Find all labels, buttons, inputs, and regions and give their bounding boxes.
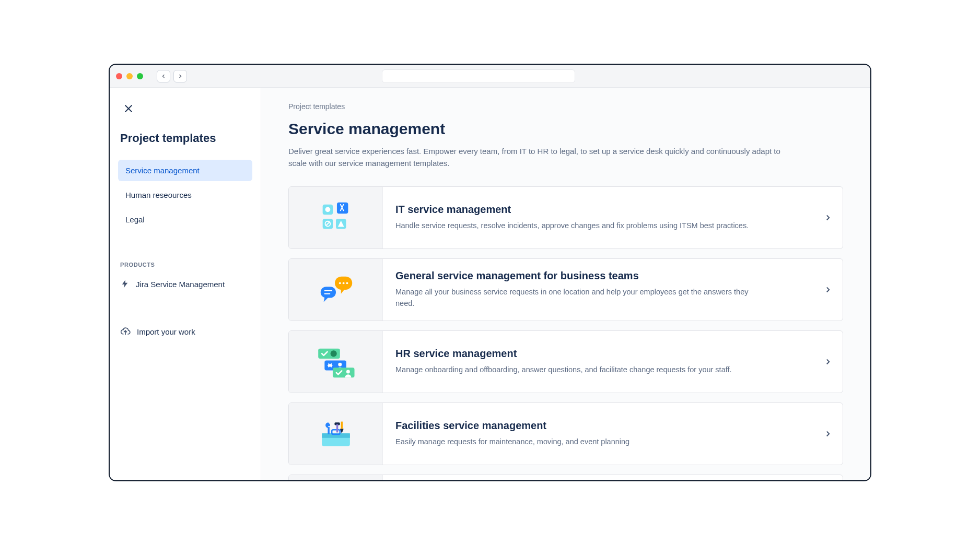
- template-thumb: [289, 187, 383, 248]
- template-title: Facilities service management: [395, 420, 801, 432]
- template-description: Handle service requests, resolve inciden…: [395, 220, 761, 231]
- template-content: HR service management Manage onboarding …: [383, 331, 813, 393]
- svg-point-14: [346, 282, 348, 284]
- chevron-right-icon: [813, 331, 843, 393]
- svg-point-4: [325, 207, 330, 212]
- svg-rect-16: [320, 287, 335, 298]
- svg-rect-36: [336, 424, 337, 432]
- svg-rect-32: [328, 427, 329, 434]
- sidebar-item-legal[interactable]: Legal: [118, 209, 252, 230]
- template-description: Easily manage requests for maintenance, …: [395, 436, 761, 447]
- lightning-icon: [120, 279, 130, 289]
- window-minimize-button[interactable]: [126, 73, 133, 79]
- nav-back-button[interactable]: [157, 70, 170, 82]
- chevron-right-icon: [813, 475, 843, 481]
- breadcrumb[interactable]: Project templates: [288, 102, 843, 111]
- template-card-hr-service-management[interactable]: HR service management Manage onboarding …: [288, 330, 843, 393]
- sidebar-item-service-management[interactable]: Service management: [118, 160, 252, 181]
- template-title: HR service management: [395, 348, 801, 360]
- product-jira-service-management[interactable]: Jira Service Management: [118, 275, 252, 293]
- titlebar: [110, 65, 870, 88]
- template-description: Manage onboarding and offboarding, answe…: [395, 364, 761, 375]
- traffic-lights: [116, 73, 143, 79]
- template-thumb: [289, 403, 383, 465]
- template-title: General service management for business …: [395, 270, 801, 282]
- svg-point-12: [339, 282, 341, 284]
- nav-forward-button[interactable]: [173, 70, 187, 82]
- cloud-upload-icon: [120, 326, 131, 337]
- template-thumb: [289, 259, 383, 321]
- svg-point-28: [346, 370, 349, 373]
- template-card-it-service-management[interactable]: IT service management Handle service req…: [288, 186, 843, 249]
- template-content: Facilities service management Easily man…: [383, 403, 813, 465]
- page-description: Deliver great service experiences fast. …: [288, 145, 800, 170]
- template-thumb: [289, 475, 383, 481]
- sidebar: Project templates Service management Hum…: [110, 88, 261, 480]
- template-cards: IT service management Handle service req…: [288, 186, 843, 481]
- chevron-right-icon: [813, 403, 843, 465]
- template-card-facilities-service-management[interactable]: Facilities service management Easily man…: [288, 402, 843, 465]
- template-title: IT service management: [395, 204, 801, 216]
- import-label: Import your work: [137, 327, 195, 336]
- window-zoom-button[interactable]: [137, 73, 143, 79]
- products-label: PRODUCTS: [120, 262, 250, 268]
- sidebar-item-human-resources[interactable]: Human reseources: [118, 184, 252, 206]
- app-body: Project templates Service management Hum…: [110, 88, 870, 480]
- svg-rect-33: [341, 421, 342, 429]
- svg-point-13: [342, 282, 344, 284]
- template-content: IT service management Handle service req…: [383, 187, 813, 248]
- window-close-button[interactable]: [116, 73, 122, 79]
- template-content: General service management for business …: [383, 259, 813, 321]
- chevron-right-icon: [813, 187, 843, 248]
- address-bar[interactable]: [382, 69, 575, 83]
- import-your-work[interactable]: Import your work: [118, 322, 252, 341]
- chevron-right-icon: [813, 259, 843, 321]
- app-window: Project templates Service management Hum…: [109, 64, 871, 481]
- template-thumb: [289, 331, 383, 393]
- svg-point-21: [330, 350, 336, 357]
- main-content: Project templates Service management Del…: [261, 88, 870, 480]
- template-card-general-service-management[interactable]: General service management for business …: [288, 258, 843, 321]
- svg-point-26: [338, 362, 342, 366]
- page-title: Service management: [288, 120, 843, 138]
- template-card-next[interactable]: [288, 475, 843, 481]
- template-description: Manage all your business service request…: [395, 286, 761, 310]
- template-content: [383, 475, 813, 481]
- product-label: Jira Service Management: [136, 280, 225, 289]
- close-icon[interactable]: [120, 100, 137, 117]
- sidebar-title: Project templates: [120, 132, 252, 145]
- nav-buttons: [157, 70, 187, 82]
- sidebar-nav: Service management Human reseources Lega…: [118, 160, 252, 230]
- svg-marker-19: [323, 297, 329, 302]
